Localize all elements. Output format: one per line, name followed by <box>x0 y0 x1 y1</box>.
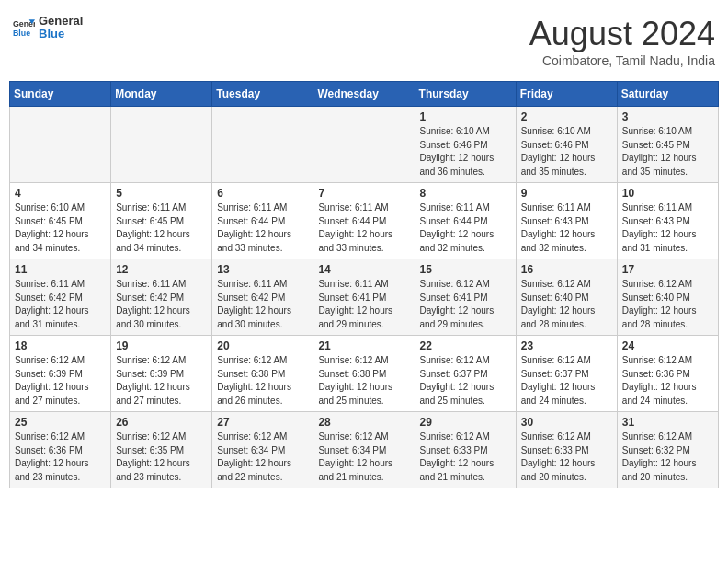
day-info: Sunrise: 6:10 AMSunset: 6:46 PMDaylight:… <box>521 125 612 178</box>
day-number: 23 <box>521 339 612 352</box>
day-of-week-thursday: Thursday <box>415 82 516 107</box>
day-number: 15 <box>420 263 511 276</box>
day-of-week-wednesday: Wednesday <box>313 82 415 107</box>
day-number: 6 <box>217 187 308 200</box>
day-info: Sunrise: 6:12 AMSunset: 6:34 PMDaylight:… <box>318 431 409 484</box>
day-number: 14 <box>318 263 409 276</box>
week-row-2: 11Sunrise: 6:11 AMSunset: 6:42 PMDayligh… <box>10 259 719 336</box>
calendar-cell: 17Sunrise: 6:12 AMSunset: 6:40 PMDayligh… <box>617 259 718 336</box>
day-number: 19 <box>116 339 207 352</box>
day-number: 21 <box>318 339 409 352</box>
day-number: 8 <box>420 187 511 200</box>
calendar-cell <box>313 107 415 183</box>
day-info: Sunrise: 6:12 AMSunset: 6:36 PMDaylight:… <box>15 431 106 484</box>
day-number: 26 <box>116 416 207 429</box>
calendar-cell: 22Sunrise: 6:12 AMSunset: 6:37 PMDayligh… <box>415 336 516 412</box>
week-row-3: 18Sunrise: 6:12 AMSunset: 6:39 PMDayligh… <box>10 336 719 412</box>
day-number: 16 <box>521 263 612 276</box>
day-info: Sunrise: 6:11 AMSunset: 6:44 PMDaylight:… <box>420 201 511 255</box>
day-info: Sunrise: 6:12 AMSunset: 6:33 PMDaylight:… <box>521 431 612 484</box>
calendar-cell: 26Sunrise: 6:12 AMSunset: 6:35 PMDayligh… <box>111 412 212 488</box>
day-info: Sunrise: 6:11 AMSunset: 6:45 PMDaylight:… <box>116 201 207 255</box>
calendar-cell: 16Sunrise: 6:12 AMSunset: 6:40 PMDayligh… <box>516 259 617 336</box>
day-of-week-saturday: Saturday <box>617 82 718 107</box>
calendar-cell: 20Sunrise: 6:12 AMSunset: 6:38 PMDayligh… <box>212 336 313 412</box>
calendar-cell: 28Sunrise: 6:12 AMSunset: 6:34 PMDayligh… <box>313 412 415 488</box>
calendar-cell: 14Sunrise: 6:11 AMSunset: 6:41 PMDayligh… <box>313 259 415 336</box>
calendar-cell: 12Sunrise: 6:11 AMSunset: 6:42 PMDayligh… <box>111 259 212 336</box>
calendar-table: SundayMondayTuesdayWednesdayThursdayFrid… <box>9 81 719 488</box>
day-number: 28 <box>318 416 409 429</box>
day-number: 4 <box>15 187 106 200</box>
calendar-cell: 7Sunrise: 6:11 AMSunset: 6:44 PMDaylight… <box>313 183 415 259</box>
calendar-cell <box>212 107 313 183</box>
days-of-week-row: SundayMondayTuesdayWednesdayThursdayFrid… <box>10 82 719 107</box>
calendar-cell: 10Sunrise: 6:11 AMSunset: 6:43 PMDayligh… <box>617 183 718 259</box>
subtitle: Coimbatore, Tamil Nadu, India <box>529 53 715 68</box>
day-info: Sunrise: 6:12 AMSunset: 6:39 PMDaylight:… <box>116 354 207 408</box>
day-number: 29 <box>420 416 511 429</box>
day-of-week-tuesday: Tuesday <box>212 82 313 107</box>
day-info: Sunrise: 6:11 AMSunset: 6:43 PMDaylight:… <box>521 201 612 255</box>
day-info: Sunrise: 6:10 AMSunset: 6:45 PMDaylight:… <box>15 201 106 255</box>
day-number: 18 <box>15 339 106 352</box>
day-info: Sunrise: 6:11 AMSunset: 6:44 PMDaylight:… <box>318 201 409 255</box>
calendar-cell: 27Sunrise: 6:12 AMSunset: 6:34 PMDayligh… <box>212 412 313 488</box>
week-row-0: 1Sunrise: 6:10 AMSunset: 6:46 PMDaylight… <box>10 107 719 183</box>
day-of-week-monday: Monday <box>111 82 212 107</box>
calendar-cell: 9Sunrise: 6:11 AMSunset: 6:43 PMDaylight… <box>516 183 617 259</box>
calendar-cell: 8Sunrise: 6:11 AMSunset: 6:44 PMDaylight… <box>415 183 516 259</box>
calendar-cell: 1Sunrise: 6:10 AMSunset: 6:46 PMDaylight… <box>415 107 516 183</box>
day-info: Sunrise: 6:11 AMSunset: 6:44 PMDaylight:… <box>217 201 308 255</box>
day-info: Sunrise: 6:11 AMSunset: 6:42 PMDaylight:… <box>217 278 308 331</box>
day-info: Sunrise: 6:12 AMSunset: 6:35 PMDaylight:… <box>116 431 207 484</box>
day-info: Sunrise: 6:12 AMSunset: 6:38 PMDaylight:… <box>217 354 308 408</box>
day-number: 25 <box>15 416 106 429</box>
header: General Blue General Blue August 2024 Co… <box>9 9 719 74</box>
calendar-cell: 24Sunrise: 6:12 AMSunset: 6:36 PMDayligh… <box>617 336 718 412</box>
calendar-cell: 18Sunrise: 6:12 AMSunset: 6:39 PMDayligh… <box>10 336 111 412</box>
day-number: 9 <box>521 187 612 200</box>
day-info: Sunrise: 6:12 AMSunset: 6:34 PMDaylight:… <box>217 431 308 484</box>
calendar-cell: 5Sunrise: 6:11 AMSunset: 6:45 PMDaylight… <box>111 183 212 259</box>
day-number: 22 <box>420 339 511 352</box>
logo-blue-text: Blue <box>39 28 83 40</box>
calendar-cell: 6Sunrise: 6:11 AMSunset: 6:44 PMDaylight… <box>212 183 313 259</box>
calendar-cell <box>111 107 212 183</box>
day-info: Sunrise: 6:11 AMSunset: 6:42 PMDaylight:… <box>116 278 207 331</box>
main-title: August 2024 <box>529 15 715 53</box>
calendar-cell: 19Sunrise: 6:12 AMSunset: 6:39 PMDayligh… <box>111 336 212 412</box>
calendar-cell: 11Sunrise: 6:11 AMSunset: 6:42 PMDayligh… <box>10 259 111 336</box>
day-info: Sunrise: 6:12 AMSunset: 6:38 PMDaylight:… <box>318 354 409 408</box>
day-info: Sunrise: 6:12 AMSunset: 6:36 PMDaylight:… <box>622 354 713 408</box>
day-info: Sunrise: 6:12 AMSunset: 6:39 PMDaylight:… <box>15 354 106 408</box>
day-number: 12 <box>116 263 207 276</box>
day-number: 27 <box>217 416 308 429</box>
calendar-header: SundayMondayTuesdayWednesdayThursdayFrid… <box>10 82 719 107</box>
calendar-cell: 13Sunrise: 6:11 AMSunset: 6:42 PMDayligh… <box>212 259 313 336</box>
day-info: Sunrise: 6:12 AMSunset: 6:40 PMDaylight:… <box>521 278 612 331</box>
day-number: 30 <box>521 416 612 429</box>
day-number: 13 <box>217 263 308 276</box>
day-number: 31 <box>622 416 713 429</box>
day-info: Sunrise: 6:12 AMSunset: 6:37 PMDaylight:… <box>420 354 511 408</box>
week-row-4: 25Sunrise: 6:12 AMSunset: 6:36 PMDayligh… <box>10 412 719 488</box>
title-area: August 2024 Coimbatore, Tamil Nadu, Indi… <box>529 15 715 68</box>
day-info: Sunrise: 6:12 AMSunset: 6:32 PMDaylight:… <box>622 431 713 484</box>
day-info: Sunrise: 6:12 AMSunset: 6:37 PMDaylight:… <box>521 354 612 408</box>
calendar-body: 1Sunrise: 6:10 AMSunset: 6:46 PMDaylight… <box>10 107 719 488</box>
day-info: Sunrise: 6:11 AMSunset: 6:43 PMDaylight:… <box>622 201 713 255</box>
calendar-cell: 31Sunrise: 6:12 AMSunset: 6:32 PMDayligh… <box>617 412 718 488</box>
day-number: 7 <box>318 187 409 200</box>
day-info: Sunrise: 6:11 AMSunset: 6:41 PMDaylight:… <box>318 278 409 331</box>
day-number: 2 <box>521 110 612 123</box>
week-row-1: 4Sunrise: 6:10 AMSunset: 6:45 PMDaylight… <box>10 183 719 259</box>
logo-general-text: General <box>39 15 83 28</box>
calendar-cell: 25Sunrise: 6:12 AMSunset: 6:36 PMDayligh… <box>10 412 111 488</box>
day-of-week-sunday: Sunday <box>10 82 111 107</box>
day-number: 1 <box>420 110 511 123</box>
day-info: Sunrise: 6:12 AMSunset: 6:33 PMDaylight:… <box>420 431 511 484</box>
day-info: Sunrise: 6:10 AMSunset: 6:46 PMDaylight:… <box>420 125 511 178</box>
day-number: 11 <box>15 263 106 276</box>
logo: General Blue General Blue <box>13 15 83 41</box>
